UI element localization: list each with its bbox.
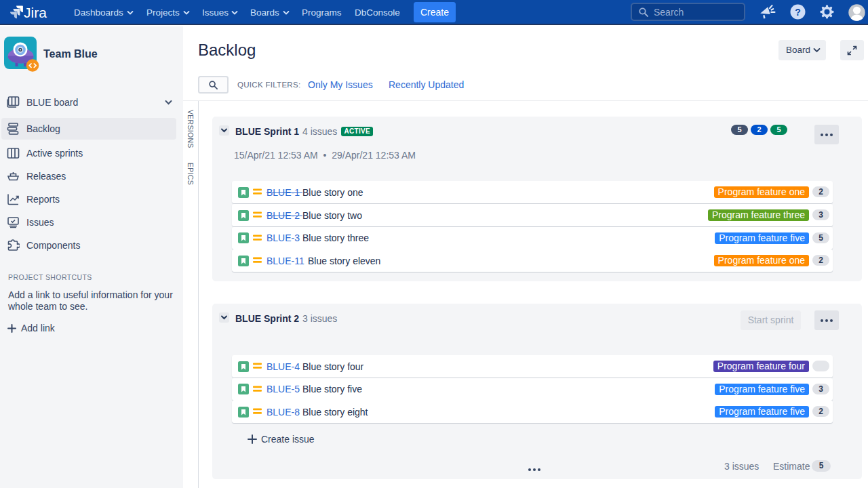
- svg-text:?: ?: [795, 7, 801, 18]
